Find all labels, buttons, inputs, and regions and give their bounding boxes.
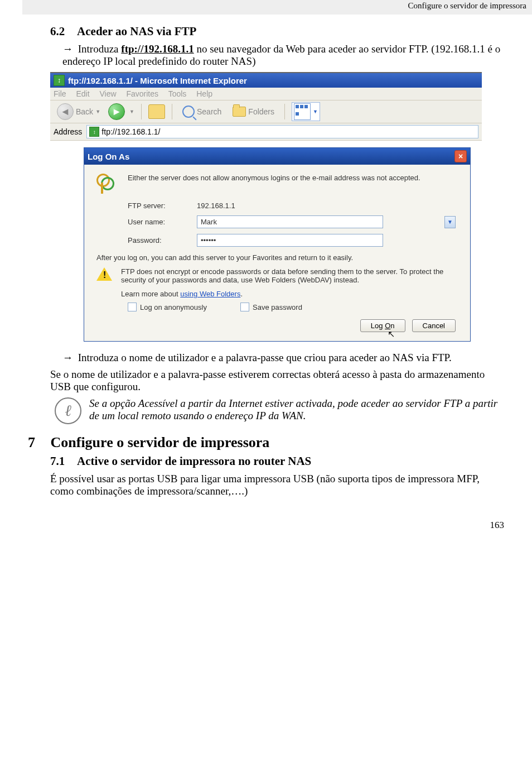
dialog-title-text: Log On As [88,152,129,161]
dialog-message: Either the server does not allow anonymo… [128,174,458,182]
dropdown-arrow-icon: ▼ [95,109,100,114]
cancel-button[interactable]: Cancel [412,319,456,332]
logon-button[interactable]: Log On ↖ [360,319,405,332]
toolbar-separator [172,104,172,119]
warning-text: FTP does not encrypt or encode passwords… [121,267,458,284]
keys-icon [96,174,119,196]
note-text: Se a opção Acessível a partir da Interne… [89,397,504,422]
back-label: Back [76,107,93,116]
dialog-buttons: Log On ↖ Cancel [96,319,456,332]
page-header-bar: Configure o servidor de impressora [22,0,532,15]
paragraph-2: É possível usar as portas USB para ligar… [50,473,504,497]
learn-more-pre: Learn more about [121,290,180,298]
ie-titlebar: ↕ ftp://192.168.1.1/ - Microsoft Interne… [50,73,482,88]
menu-file[interactable]: File [54,89,66,98]
address-label: Address [54,127,82,136]
ftp-server-label: FTP server: [128,202,189,210]
section-number: 6.2 [50,25,75,39]
up-folder-button[interactable] [148,104,165,119]
ftp-url-link[interactable]: ftp://192.168.1.1 [121,43,194,55]
dialog-body: Either the server does not allow anonymo… [84,165,470,341]
search-label: Search [197,107,221,116]
anon-label: Log on anonymously [140,303,207,311]
section-title: Active o servidor de impressora no route… [77,454,311,468]
section-7-1-heading: 7.1 Active o servidor de impressora no r… [50,454,504,468]
section-number: 7.1 [50,454,75,468]
toolbar-separator [141,104,142,119]
section-number: 7 [28,434,47,451]
ie-window: ↕ ftp://192.168.1.1/ - Microsoft Interne… [50,72,482,342]
forward-button[interactable]: ► [108,103,125,120]
paragraph-1: Se o nome de utilizador e a palavra-pass… [50,368,504,393]
note-block: ℓ Se a opção Acessível a partir da Inter… [55,397,504,424]
section-title: Configure o servidor de impressora [51,434,270,450]
arrow-icon: → [62,352,73,363]
menu-edit[interactable]: Edit [76,89,89,98]
ftp-site-icon: ↕ [89,127,99,137]
learn-more-dot: . [240,290,243,298]
password-input[interactable]: •••••• [197,234,383,247]
learn-more-link[interactable]: using Web Folders [180,290,240,298]
ie-toolbar: ◄ Back ▼ ► ▼ Search Folders ▼ [50,100,482,123]
ie-title-text: ftp://192.168.1.1/ - Microsoft Internet … [68,76,247,85]
back-button[interactable]: ◄ Back ▼ [54,102,104,121]
views-button[interactable]: ▼ [292,102,320,121]
close-button[interactable]: × [454,150,467,162]
save-password-checkbox[interactable]: Save password [240,303,302,311]
page-number: 163 [28,520,504,531]
menu-favorites[interactable]: Favorites [126,89,158,98]
warning-icon: ! [96,267,112,281]
step-2-text: Introduza o nome de utilizador e a palav… [78,352,452,363]
cursor-icon: ↖ [388,329,395,339]
checkbox-icon [240,303,249,311]
ie-app-icon: ↕ [54,75,65,86]
arrow-icon: → [62,43,73,55]
step-text-pre: Introduza [78,43,122,55]
back-arrow-icon: ◄ [57,103,74,120]
dropdown-arrow-icon: ▼ [129,109,134,114]
checkbox-icon [128,303,137,311]
views-icon [294,103,311,120]
section-6-2-heading: 6.2 Aceder ao NAS via FTP [50,25,504,39]
password-label: Password: [128,236,189,244]
ie-address-bar: Address ↕ ftp://192.168.1.1/ [50,123,482,141]
logon-form: FTP server: 192.168.1.1 User name: Mark … [128,202,458,247]
info-icon: ℓ [55,397,81,424]
dropdown-arrow-icon: ▼ [313,109,318,114]
dialog-checkboxes: Log on anonymously Save password [128,303,458,311]
address-field[interactable]: ↕ ftp://192.168.1.1/ [86,125,478,138]
folders-label: Folders [248,107,274,116]
after-logon-text: After you log on, you can add this serve… [96,253,458,262]
folders-button[interactable]: Folders [229,105,278,118]
dialog-titlebar: Log On As × [84,148,470,165]
save-password-label: Save password [253,303,302,311]
toolbar-separator [284,104,285,119]
ie-menubar: File Edit View Favorites Tools Help [50,88,482,100]
ftp-server-value: 192.168.1.1 [197,202,437,210]
menu-help[interactable]: Help [196,89,212,98]
anon-checkbox[interactable]: Log on anonymously [128,303,207,311]
instruction-step-1: → Introduza ftp://192.168.1.1 no seu nav… [62,43,504,68]
menu-view[interactable]: View [99,89,116,98]
section-title: Aceder ao NAS via FTP [77,25,196,38]
username-label: User name: [128,218,189,226]
learn-more-line: Learn more about using Web Folders. [121,290,458,298]
username-input[interactable]: Mark [197,215,383,228]
instruction-step-2: → Introduza o nome de utilizador e a pal… [62,352,504,364]
menu-tools[interactable]: Tools [168,89,187,98]
section-7-heading: 7 Configure o servidor de impressora [28,434,504,451]
search-icon [182,105,195,118]
search-button[interactable]: Search [179,104,225,119]
address-value: ftp://192.168.1.1/ [101,127,160,136]
folders-icon [233,107,246,117]
username-dropdown-button[interactable]: ▼ [444,216,456,228]
logon-dialog: Log On As × Either the server does not a… [84,147,471,342]
